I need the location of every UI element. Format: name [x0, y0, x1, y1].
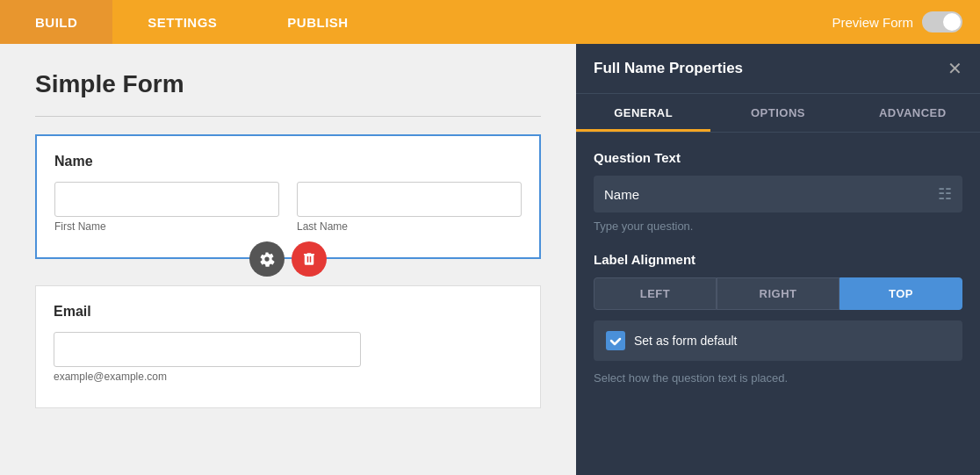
alignment-buttons: LEFT RIGHT TOP — [594, 277, 962, 310]
email-input[interactable] — [54, 332, 361, 367]
email-field-label: Email — [54, 304, 522, 320]
name-field-group: Name First Name Last Name — [35, 134, 541, 259]
tab-advanced[interactable]: ADVANCED — [846, 94, 980, 132]
tab-general[interactable]: GENERAL — [576, 94, 710, 132]
align-top-button[interactable]: TOP — [839, 277, 962, 310]
trash-icon — [301, 251, 317, 267]
placement-hint: Select how the question text is placed. — [594, 371, 962, 385]
last-name-input[interactable] — [297, 182, 522, 217]
first-name-sub-label: First Name — [54, 220, 279, 233]
name-field-label: Name — [54, 154, 522, 169]
preview-form-area: Preview Form — [832, 11, 980, 32]
top-nav: BUILD SETTINGS PUBLISH Preview Form — [0, 0, 980, 44]
question-text-section-title: Question Text — [594, 150, 962, 165]
name-inputs-row: First Name Last Name — [54, 182, 522, 233]
preview-form-label: Preview Form — [832, 15, 913, 30]
first-name-input[interactable] — [54, 182, 279, 217]
tab-build[interactable]: BUILD — [0, 0, 112, 44]
panel-tabs: GENERAL OPTIONS ADVANCED — [576, 94, 980, 133]
last-name-sub-label: Last Name — [297, 220, 522, 233]
tab-settings[interactable]: SETTINGS — [112, 0, 252, 44]
tab-options[interactable]: OPTIONS — [710, 94, 845, 132]
gear-icon — [259, 251, 275, 267]
close-panel-button[interactable]: ✕ — [948, 60, 962, 77]
question-text-wrapper: ☷ — [594, 176, 962, 212]
align-right-button[interactable]: RIGHT — [717, 277, 839, 310]
panel-body: Question Text ☷ Type your question. Labe… — [576, 133, 980, 475]
form-default-row: Set as form default — [594, 320, 962, 361]
form-default-label: Set as form default — [634, 334, 738, 348]
label-alignment-title: Label Alignment — [594, 252, 962, 267]
panel-header: Full Name Properties ✕ — [576, 44, 980, 94]
properties-panel: Full Name Properties ✕ GENERAL OPTIONS A… — [576, 44, 980, 475]
form-divider — [35, 116, 541, 117]
align-left-button[interactable]: LEFT — [594, 277, 717, 310]
text-format-icon: ☷ — [938, 184, 952, 204]
tab-publish[interactable]: PUBLISH — [252, 0, 383, 44]
email-inputs-row: example@example.com — [54, 332, 522, 383]
email-wrapper: example@example.com — [54, 332, 361, 383]
checkmark-icon — [609, 335, 622, 347]
email-field-group: Email example@example.com — [35, 285, 541, 408]
email-sub-label: example@example.com — [54, 371, 361, 383]
preview-toggle[interactable] — [922, 11, 962, 32]
first-name-wrapper: First Name — [54, 182, 279, 233]
form-title: Simple Form — [35, 70, 541, 98]
field-action-buttons — [249, 241, 327, 277]
panel-title: Full Name Properties — [594, 60, 743, 77]
form-default-checkbox[interactable] — [606, 331, 625, 350]
main-content: Simple Form Name First Name Last Name — [0, 44, 980, 475]
question-text-hint: Type your question. — [594, 220, 962, 233]
last-name-wrapper: Last Name — [297, 182, 522, 233]
form-area: Simple Form Name First Name Last Name — [0, 44, 576, 475]
gear-button[interactable] — [249, 241, 285, 277]
question-text-input[interactable] — [604, 187, 938, 202]
delete-button[interactable] — [292, 241, 327, 277]
label-alignment-section: Label Alignment LEFT RIGHT TOP Set as fo… — [594, 252, 962, 385]
